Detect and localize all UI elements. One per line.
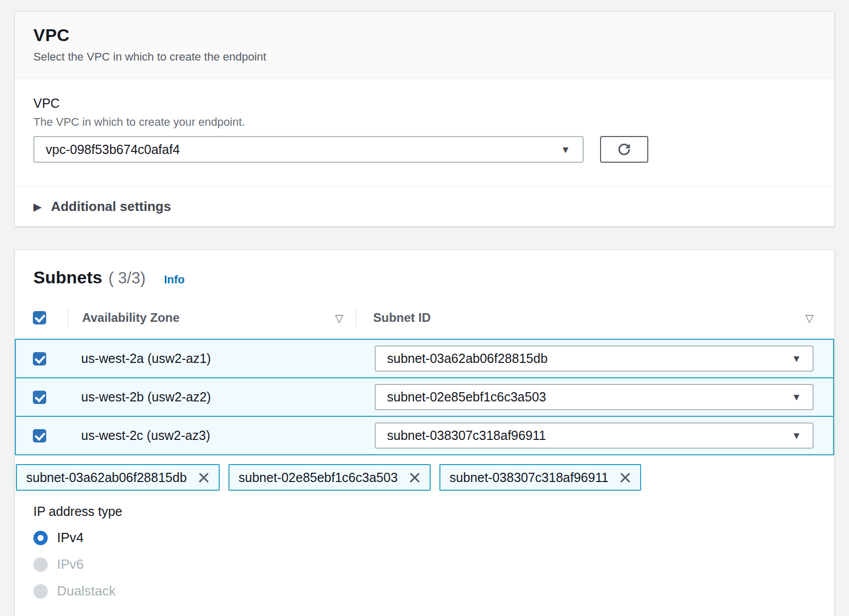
vpc-controls-row: vpc-098f53b674c0afaf4 ▼ [33, 136, 816, 163]
card-bottom-spacer [33, 599, 834, 616]
refresh-button[interactable] [600, 136, 648, 163]
table-row[interactable]: us-west-2b (usw2-az2) subnet-02e85ebf1c6… [15, 377, 834, 417]
vpc-select[interactable]: vpc-098f53b674c0afaf4 ▼ [33, 136, 584, 163]
vpc-card-subtitle: Select the VPC in which to create the en… [33, 50, 816, 64]
chevron-down-icon: ▼ [561, 145, 570, 155]
vpc-select-value: vpc-098f53b674c0afaf4 [46, 142, 180, 157]
availability-zone-value: us-west-2b (usw2-az2) [81, 390, 211, 405]
subnets-count: ( 3/3) [108, 269, 145, 287]
radio-disabled-icon [33, 584, 48, 599]
chevron-down-icon: ▼ [792, 431, 801, 440]
row-checkbox[interactable] [33, 391, 46, 404]
header-availability-zone-cell: Availability Zone ▽ [68, 311, 356, 325]
close-icon[interactable] [619, 471, 632, 484]
subnet-id-select[interactable]: subnet-02e85ebf1c6c3a503 ▼ [375, 384, 814, 410]
subnets-table-header: Availability Zone ▽ Subnet ID ▽ [15, 287, 834, 339]
selected-subnet-tokens: subnet-03a62ab06f28815db subnet-02e85ebf… [16, 464, 834, 491]
vpc-card-body: VPC The VPC in which to create your endp… [15, 79, 834, 186]
availability-zone-value: us-west-2c (usw2-az3) [81, 428, 210, 443]
ip-address-type-label: IP address type [33, 504, 834, 519]
subnet-token-label: subnet-03a62ab06f28815db [26, 470, 187, 485]
subnet-token-label: subnet-02e85ebf1c6c3a503 [239, 470, 398, 485]
subnet-id-value: subnet-038307c318af96911 [387, 428, 546, 443]
radio-option-ipv4[interactable]: IPv4 [33, 530, 834, 546]
sort-icon[interactable]: ▽ [335, 313, 343, 323]
radio-option-label: IPv4 [57, 530, 84, 546]
availability-zone-value: us-west-2a (usw2-az1) [81, 351, 211, 366]
chevron-down-icon: ▼ [792, 392, 801, 402]
subnet-id-select[interactable]: subnet-03a62ab06f28815db ▼ [375, 345, 814, 372]
vpc-card: VPC Select the VPC in which to create th… [14, 11, 835, 227]
subnet-id-value: subnet-02e85ebf1c6c3a503 [387, 390, 546, 405]
subnet-token: subnet-02e85ebf1c6c3a503 [228, 464, 431, 491]
table-row[interactable]: us-west-2c (usw2-az3) subnet-038307c318a… [15, 416, 834, 455]
additional-settings-expander[interactable]: ▶ Additional settings [15, 186, 834, 226]
info-link[interactable]: Info [164, 273, 184, 286]
radio-option-dualstack: Dualstack [33, 583, 834, 599]
subnets-title: Subnets [33, 267, 102, 287]
subnet-token: subnet-03a62ab06f28815db [16, 464, 220, 491]
chevron-down-icon: ▼ [792, 354, 801, 363]
subnets-heading: Subnets ( 3/3) Info [15, 250, 834, 287]
subnets-table-body: us-west-2a (usw2-az1) subnet-03a62ab06f2… [15, 339, 834, 455]
refresh-icon [615, 141, 633, 158]
subnet-token-label: subnet-038307c318af96911 [450, 470, 609, 485]
vpc-field-description: The VPC in which to create your endpoint… [33, 116, 816, 129]
header-subnet-id-cell: Subnet ID ▽ [357, 311, 834, 325]
sort-icon[interactable]: ▽ [805, 313, 814, 323]
close-icon[interactable] [408, 471, 421, 484]
radio-selected-icon[interactable] [33, 531, 48, 545]
subnet-id-column-label: Subnet ID [373, 311, 431, 325]
subnet-id-select[interactable]: subnet-038307c318af96911 ▼ [375, 422, 814, 449]
radio-option-ipv6: IPv6 [33, 556, 834, 572]
additional-settings-label: Additional settings [51, 199, 171, 215]
expand-triangle-icon: ▶ [33, 201, 42, 213]
radio-option-label: IPv6 [57, 556, 84, 572]
availability-zone-column-label: Availability Zone [82, 311, 180, 325]
subnet-id-value: subnet-03a62ab06f28815db [387, 351, 548, 366]
vpc-card-title: VPC [33, 25, 816, 45]
vpc-card-header: VPC Select the VPC in which to create th… [15, 12, 834, 79]
subnets-card: Subnets ( 3/3) Info Availability Zone ▽ … [14, 249, 835, 616]
subnet-token: subnet-038307c318af96911 [439, 464, 642, 491]
radio-disabled-icon [33, 557, 48, 572]
header-select-cell [15, 311, 67, 324]
row-checkbox[interactable] [33, 429, 46, 442]
radio-option-label: Dualstack [57, 583, 115, 599]
select-all-checkbox[interactable] [33, 311, 46, 324]
table-row[interactable]: us-west-2a (usw2-az1) subnet-03a62ab06f2… [15, 339, 834, 378]
row-checkbox[interactable] [33, 352, 46, 365]
close-icon[interactable] [197, 471, 210, 484]
ip-address-type-section: IP address type IPv4 IPv6 Dualstack [15, 504, 834, 616]
vpc-field-label: VPC [33, 96, 816, 111]
